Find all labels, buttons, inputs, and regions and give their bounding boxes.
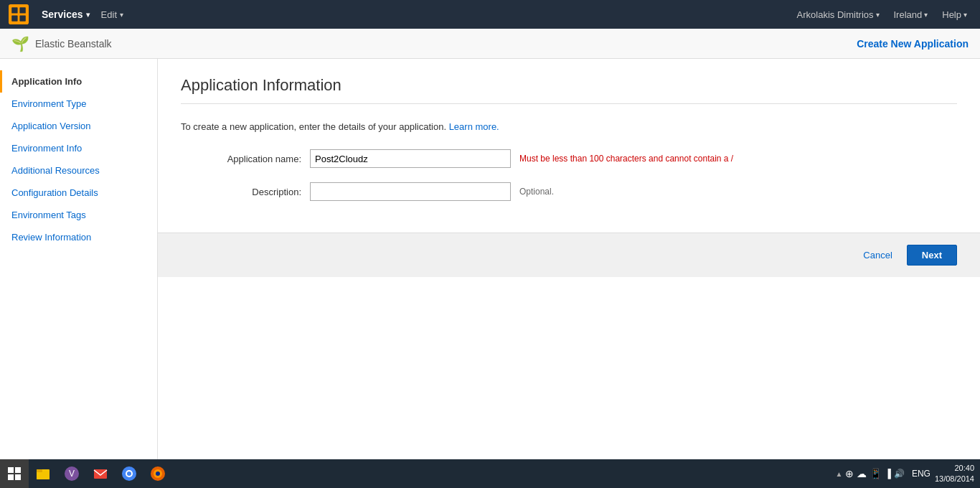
start-button[interactable] bbox=[0, 459, 29, 488]
aws-logo[interactable] bbox=[7, 3, 30, 26]
content-area: Application Information To create a new … bbox=[158, 59, 980, 462]
edit-menu[interactable]: Edit ▾ bbox=[95, 9, 129, 20]
user-caret: ▾ bbox=[876, 11, 880, 19]
svg-rect-10 bbox=[94, 469, 107, 479]
help-menu[interactable]: Help ▾ bbox=[936, 9, 973, 20]
services-menu[interactable]: Services ▾ bbox=[36, 9, 95, 20]
svg-text:V: V bbox=[69, 469, 75, 479]
app-name-row: Application name: Must be less than 100 … bbox=[181, 149, 957, 168]
taskbar: V ▲ ⊕ ☁ 📱 ▐ 🔊 ENG 20:40 13/08/2014 bbox=[0, 459, 980, 488]
sidebar-label-environment-tags: Environment Tags bbox=[11, 210, 86, 220]
sidebar-label-application-info: Application Info bbox=[11, 76, 82, 87]
sidebar-label-application-version: Application Version bbox=[11, 121, 91, 131]
page-title: Application Information bbox=[181, 76, 957, 95]
taskbar-icons: V bbox=[29, 459, 172, 488]
taskbar-arrow-up: ▲ bbox=[836, 470, 843, 478]
taskbar-gmail-icon[interactable] bbox=[86, 459, 115, 488]
svg-rect-1 bbox=[11, 7, 17, 13]
sidebar-label-configuration-details: Configuration Details bbox=[11, 187, 98, 198]
beanstalk-icon: 🌱 bbox=[11, 35, 29, 52]
sidebar: Application Info Environment Type Applic… bbox=[0, 59, 158, 462]
taskbar-time-value: 20:40 bbox=[935, 463, 974, 474]
user-label: Arkolakis Dimitrios bbox=[797, 9, 874, 20]
cancel-button[interactable]: Cancel bbox=[854, 245, 900, 265]
description-input[interactable] bbox=[310, 182, 511, 201]
user-menu[interactable]: Arkolakis Dimitrios ▾ bbox=[791, 9, 885, 20]
sidebar-label-review-information: Review Information bbox=[11, 232, 91, 243]
taskbar-volume-icon: 🔊 bbox=[894, 469, 905, 479]
region-label: Ireland bbox=[894, 9, 923, 20]
svg-rect-7 bbox=[37, 469, 42, 472]
description-row: Description: Optional. bbox=[181, 182, 957, 201]
top-nav-right: Arkolakis Dimitrios ▾ Ireland ▾ Help ▾ bbox=[791, 9, 973, 20]
sidebar-label-environment-info: Environment Info bbox=[11, 143, 82, 154]
app-name-label: Application name: bbox=[181, 154, 310, 164]
sidebar-item-application-info[interactable]: Application Info bbox=[0, 70, 157, 93]
main-container: Application Info Environment Type Applic… bbox=[0, 59, 980, 462]
intro-text: To create a new application, enter the d… bbox=[181, 121, 957, 132]
breadcrumb-service-name: Elastic Beanstalk bbox=[35, 38, 112, 50]
sidebar-item-application-version[interactable]: Application Version bbox=[0, 115, 157, 137]
breadcrumb-bar: 🌱 Elastic Beanstalk Create New Applicati… bbox=[0, 29, 980, 59]
action-bar: Cancel Next bbox=[158, 233, 980, 277]
sidebar-item-review-information[interactable]: Review Information bbox=[0, 226, 157, 248]
learn-more-link[interactable]: Learn more. bbox=[449, 121, 499, 132]
taskbar-viber-icon[interactable]: V bbox=[57, 459, 86, 488]
next-button[interactable]: Next bbox=[907, 245, 957, 266]
services-label: Services bbox=[42, 9, 83, 20]
sidebar-item-environment-tags[interactable]: Environment Tags bbox=[0, 204, 157, 226]
svg-rect-4 bbox=[19, 15, 25, 21]
edit-label: Edit bbox=[101, 9, 117, 20]
svg-rect-6 bbox=[37, 471, 50, 479]
app-name-hint: Must be less than 100 characters and can… bbox=[519, 154, 733, 164]
svg-point-13 bbox=[127, 471, 131, 476]
taskbar-cloud-icon: ☁ bbox=[857, 468, 867, 479]
svg-rect-2 bbox=[19, 7, 25, 13]
services-caret: ▾ bbox=[86, 11, 90, 19]
sidebar-item-configuration-details[interactable]: Configuration Details bbox=[0, 182, 157, 204]
taskbar-clock: 20:40 13/08/2014 bbox=[935, 463, 974, 485]
sidebar-item-environment-info[interactable]: Environment Info bbox=[0, 137, 157, 159]
edit-caret: ▾ bbox=[120, 11, 123, 19]
taskbar-lang: ENG bbox=[912, 469, 930, 479]
content-inner: Application Information To create a new … bbox=[158, 59, 980, 233]
taskbar-chrome-icon[interactable] bbox=[115, 459, 143, 488]
taskbar-sys-icons: ▲ ⊕ ☁ 📱 ▐ 🔊 bbox=[833, 468, 908, 479]
title-divider bbox=[181, 103, 957, 104]
taskbar-right: ▲ ⊕ ☁ 📱 ▐ 🔊 ENG 20:40 13/08/2014 bbox=[833, 463, 981, 485]
taskbar-phone-icon: 📱 bbox=[870, 468, 882, 479]
help-caret: ▾ bbox=[963, 11, 967, 19]
sidebar-label-additional-resources: Additional Resources bbox=[11, 165, 100, 176]
sidebar-item-environment-type[interactable]: Environment Type bbox=[0, 93, 157, 115]
description-label: Description: bbox=[181, 187, 310, 197]
help-label: Help bbox=[942, 9, 961, 20]
app-name-input[interactable] bbox=[310, 149, 511, 168]
region-menu[interactable]: Ireland ▾ bbox=[888, 9, 934, 20]
region-caret: ▾ bbox=[924, 11, 928, 19]
taskbar-signal-icon: ▐ bbox=[885, 469, 891, 479]
create-new-application-link[interactable]: Create New Application bbox=[857, 38, 969, 50]
taskbar-file-explorer-icon[interactable] bbox=[29, 459, 57, 488]
svg-point-16 bbox=[156, 471, 160, 476]
sidebar-item-additional-resources[interactable]: Additional Resources bbox=[0, 159, 157, 182]
sidebar-label-environment-type: Environment Type bbox=[11, 98, 87, 109]
description-hint: Optional. bbox=[519, 187, 554, 197]
top-navigation: Services ▾ Edit ▾ Arkolakis Dimitrios ▾ … bbox=[0, 0, 980, 29]
taskbar-date-value: 13/08/2014 bbox=[935, 474, 974, 484]
svg-rect-0 bbox=[9, 4, 29, 24]
taskbar-network-icon: ⊕ bbox=[845, 468, 854, 479]
start-icon bbox=[8, 467, 21, 480]
intro-text-content: To create a new application, enter the d… bbox=[181, 121, 446, 132]
taskbar-firefox-icon[interactable] bbox=[143, 459, 172, 488]
svg-rect-3 bbox=[11, 15, 17, 21]
